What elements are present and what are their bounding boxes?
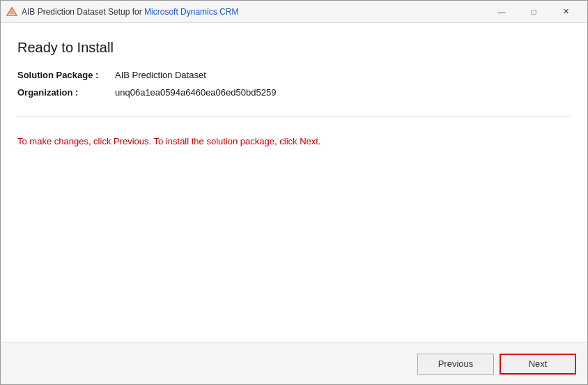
application-window: AIB Prediction Dataset Setup for Microso… xyxy=(0,0,588,385)
solution-package-value: AIB Prediction Dataset xyxy=(115,70,206,80)
next-button[interactable]: Next xyxy=(500,354,576,375)
organization-label: Organization : xyxy=(17,87,115,98)
maximize-button[interactable]: □ xyxy=(518,1,550,23)
title-bar: AIB Prediction Dataset Setup for Microso… xyxy=(1,1,587,23)
app-icon xyxy=(6,6,17,17)
page-title: Ready to Install xyxy=(17,40,571,56)
close-button[interactable]: ✕ xyxy=(550,1,582,23)
minimize-button[interactable]: — xyxy=(486,1,518,23)
instructions-text: To make changes, click Previous. To inst… xyxy=(17,136,571,146)
organization-value: unq06a1ea0594a6460ea06ed50bd5259 xyxy=(115,87,276,98)
info-section: Solution Package : AIB Prediction Datase… xyxy=(17,70,571,105)
solution-package-row: Solution Package : AIB Prediction Datase… xyxy=(17,70,571,80)
solution-package-label: Solution Package : xyxy=(17,70,115,80)
title-highlight: Microsoft Dynamics CRM xyxy=(144,7,238,17)
title-bar-text: AIB Prediction Dataset Setup for Microso… xyxy=(22,7,486,17)
footer: Previous Next xyxy=(1,342,587,384)
spacer xyxy=(17,146,571,331)
organization-row: Organization : unq06a1ea0594a6460ea06ed5… xyxy=(17,87,571,98)
divider xyxy=(17,116,571,116)
title-prefix: AIB Prediction Dataset Setup for xyxy=(22,7,144,17)
window-controls: — □ ✕ xyxy=(486,1,582,23)
main-content: Ready to Install Solution Package : AIB … xyxy=(1,23,587,342)
previous-button[interactable]: Previous xyxy=(417,354,494,375)
